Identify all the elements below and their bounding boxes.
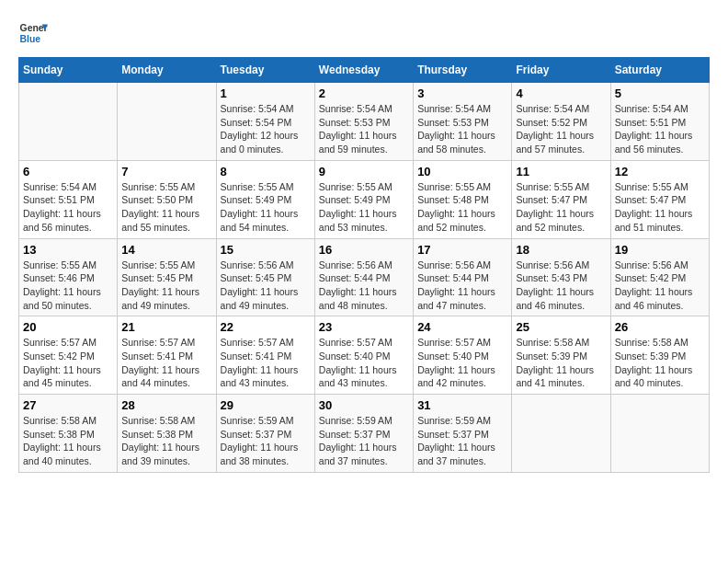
day-cell: 26Sunrise: 5:58 AM Sunset: 5:39 PM Dayli… xyxy=(610,316,709,395)
day-number: 7 xyxy=(121,165,211,178)
day-cell: 25Sunrise: 5:58 AM Sunset: 5:39 PM Dayli… xyxy=(512,316,610,395)
day-cell: 10Sunrise: 5:55 AM Sunset: 5:48 PM Dayli… xyxy=(414,160,512,238)
day-cell: 15Sunrise: 5:56 AM Sunset: 5:45 PM Dayli… xyxy=(216,238,314,316)
day-info: Sunrise: 5:55 AM Sunset: 5:47 PM Dayligh… xyxy=(615,180,705,235)
day-info: Sunrise: 5:54 AM Sunset: 5:53 PM Dayligh… xyxy=(417,102,507,156)
day-info: Sunrise: 5:57 AM Sunset: 5:40 PM Dayligh… xyxy=(319,336,409,390)
day-number: 19 xyxy=(615,243,705,257)
day-cell xyxy=(118,83,216,161)
day-info: Sunrise: 5:55 AM Sunset: 5:47 PM Dayligh… xyxy=(516,180,606,235)
day-number: 1 xyxy=(221,86,311,100)
day-number: 8 xyxy=(221,165,311,178)
day-number: 23 xyxy=(319,320,409,334)
col-header-saturday: Saturday xyxy=(610,58,709,83)
day-number: 26 xyxy=(615,320,705,334)
day-cell: 5Sunrise: 5:54 AM Sunset: 5:51 PM Daylig… xyxy=(610,83,709,161)
week-row-5: 27Sunrise: 5:58 AM Sunset: 5:38 PM Dayli… xyxy=(19,395,710,473)
day-number: 21 xyxy=(121,320,211,334)
day-info: Sunrise: 5:57 AM Sunset: 5:41 PM Dayligh… xyxy=(121,336,211,390)
day-number: 16 xyxy=(319,243,409,257)
day-info: Sunrise: 5:54 AM Sunset: 5:51 PM Dayligh… xyxy=(23,180,113,235)
day-info: Sunrise: 5:58 AM Sunset: 5:38 PM Dayligh… xyxy=(121,414,211,468)
day-cell: 19Sunrise: 5:56 AM Sunset: 5:42 PM Dayli… xyxy=(610,238,709,316)
day-number: 22 xyxy=(221,320,311,334)
day-info: Sunrise: 5:56 AM Sunset: 5:44 PM Dayligh… xyxy=(319,259,409,313)
logo-icon: General Blue xyxy=(18,18,48,48)
day-number: 14 xyxy=(121,243,211,257)
day-number: 30 xyxy=(319,398,409,412)
day-info: Sunrise: 5:54 AM Sunset: 5:54 PM Dayligh… xyxy=(221,102,311,156)
day-cell: 30Sunrise: 5:59 AM Sunset: 5:37 PM Dayli… xyxy=(314,395,413,473)
day-info: Sunrise: 5:56 AM Sunset: 5:42 PM Dayligh… xyxy=(615,259,705,313)
col-header-tuesday: Tuesday xyxy=(216,58,314,83)
day-number: 29 xyxy=(221,398,311,412)
day-info: Sunrise: 5:55 AM Sunset: 5:50 PM Dayligh… xyxy=(121,180,211,235)
day-cell: 8Sunrise: 5:55 AM Sunset: 5:49 PM Daylig… xyxy=(216,160,314,238)
svg-text:Blue: Blue xyxy=(20,34,41,44)
day-number: 10 xyxy=(417,165,507,178)
day-cell: 18Sunrise: 5:56 AM Sunset: 5:43 PM Dayli… xyxy=(512,238,610,316)
day-cell xyxy=(610,395,709,473)
day-number: 27 xyxy=(23,398,113,412)
day-info: Sunrise: 5:59 AM Sunset: 5:37 PM Dayligh… xyxy=(221,414,311,468)
day-info: Sunrise: 5:55 AM Sunset: 5:48 PM Dayligh… xyxy=(417,180,507,235)
day-number: 20 xyxy=(23,320,113,334)
day-info: Sunrise: 5:54 AM Sunset: 5:51 PM Dayligh… xyxy=(615,102,705,156)
day-info: Sunrise: 5:59 AM Sunset: 5:37 PM Dayligh… xyxy=(319,414,409,468)
day-number: 5 xyxy=(615,86,705,100)
day-info: Sunrise: 5:56 AM Sunset: 5:45 PM Dayligh… xyxy=(221,259,311,313)
day-number: 18 xyxy=(516,243,606,257)
week-row-3: 13Sunrise: 5:55 AM Sunset: 5:46 PM Dayli… xyxy=(19,238,710,316)
day-info: Sunrise: 5:56 AM Sunset: 5:44 PM Dayligh… xyxy=(417,259,507,313)
day-info: Sunrise: 5:55 AM Sunset: 5:46 PM Dayligh… xyxy=(23,259,113,313)
day-cell xyxy=(512,395,610,473)
day-cell: 7Sunrise: 5:55 AM Sunset: 5:50 PM Daylig… xyxy=(118,160,216,238)
calendar-table: SundayMondayTuesdayWednesdayThursdayFrid… xyxy=(18,57,710,473)
day-info: Sunrise: 5:57 AM Sunset: 5:41 PM Dayligh… xyxy=(221,336,311,390)
day-cell: 3Sunrise: 5:54 AM Sunset: 5:53 PM Daylig… xyxy=(414,83,512,161)
day-info: Sunrise: 5:58 AM Sunset: 5:39 PM Dayligh… xyxy=(615,336,705,390)
day-cell: 21Sunrise: 5:57 AM Sunset: 5:41 PM Dayli… xyxy=(118,316,216,395)
day-number: 17 xyxy=(417,243,507,257)
day-number: 11 xyxy=(516,165,606,178)
day-cell: 11Sunrise: 5:55 AM Sunset: 5:47 PM Dayli… xyxy=(512,160,610,238)
day-info: Sunrise: 5:54 AM Sunset: 5:52 PM Dayligh… xyxy=(516,102,606,156)
col-header-thursday: Thursday xyxy=(414,58,512,83)
day-cell: 22Sunrise: 5:57 AM Sunset: 5:41 PM Dayli… xyxy=(216,316,314,395)
week-row-4: 20Sunrise: 5:57 AM Sunset: 5:42 PM Dayli… xyxy=(19,316,710,395)
day-info: Sunrise: 5:57 AM Sunset: 5:42 PM Dayligh… xyxy=(23,336,113,390)
week-row-2: 6Sunrise: 5:54 AM Sunset: 5:51 PM Daylig… xyxy=(19,160,710,238)
day-info: Sunrise: 5:54 AM Sunset: 5:53 PM Dayligh… xyxy=(319,102,409,156)
day-number: 2 xyxy=(319,86,409,100)
day-cell: 16Sunrise: 5:56 AM Sunset: 5:44 PM Dayli… xyxy=(314,238,413,316)
col-header-sunday: Sunday xyxy=(19,58,118,83)
header-row: SundayMondayTuesdayWednesdayThursdayFrid… xyxy=(19,58,710,83)
col-header-monday: Monday xyxy=(118,58,216,83)
day-number: 9 xyxy=(319,165,409,178)
day-info: Sunrise: 5:59 AM Sunset: 5:37 PM Dayligh… xyxy=(417,414,507,468)
day-number: 25 xyxy=(516,320,606,334)
day-cell: 4Sunrise: 5:54 AM Sunset: 5:52 PM Daylig… xyxy=(512,83,610,161)
col-header-wednesday: Wednesday xyxy=(314,58,413,83)
day-info: Sunrise: 5:55 AM Sunset: 5:49 PM Dayligh… xyxy=(221,180,311,235)
page-header: General Blue xyxy=(18,18,710,48)
day-info: Sunrise: 5:58 AM Sunset: 5:39 PM Dayligh… xyxy=(516,336,606,390)
day-number: 31 xyxy=(417,398,507,412)
day-cell: 24Sunrise: 5:57 AM Sunset: 5:40 PM Dayli… xyxy=(414,316,512,395)
day-cell: 12Sunrise: 5:55 AM Sunset: 5:47 PM Dayli… xyxy=(610,160,709,238)
day-cell: 29Sunrise: 5:59 AM Sunset: 5:37 PM Dayli… xyxy=(216,395,314,473)
day-number: 24 xyxy=(417,320,507,334)
day-info: Sunrise: 5:56 AM Sunset: 5:43 PM Dayligh… xyxy=(516,259,606,313)
day-number: 6 xyxy=(23,165,113,178)
col-header-friday: Friday xyxy=(512,58,610,83)
day-number: 15 xyxy=(221,243,311,257)
day-number: 12 xyxy=(615,165,705,178)
day-number: 28 xyxy=(121,398,211,412)
day-cell: 23Sunrise: 5:57 AM Sunset: 5:40 PM Dayli… xyxy=(314,316,413,395)
day-cell: 2Sunrise: 5:54 AM Sunset: 5:53 PM Daylig… xyxy=(314,83,413,161)
day-cell: 9Sunrise: 5:55 AM Sunset: 5:49 PM Daylig… xyxy=(314,160,413,238)
day-cell: 1Sunrise: 5:54 AM Sunset: 5:54 PM Daylig… xyxy=(216,83,314,161)
day-number: 4 xyxy=(516,86,606,100)
week-row-1: 1Sunrise: 5:54 AM Sunset: 5:54 PM Daylig… xyxy=(19,83,710,161)
day-cell: 6Sunrise: 5:54 AM Sunset: 5:51 PM Daylig… xyxy=(19,160,118,238)
